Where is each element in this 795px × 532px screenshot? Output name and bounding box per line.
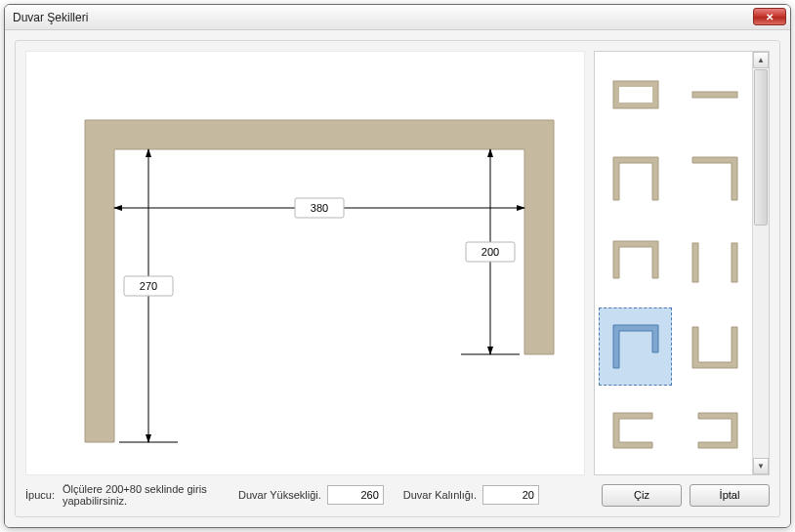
wall-thickness-label: Duvar Kalınlığı. [403, 489, 477, 501]
shapes-scrollbar[interactable]: ▲ ▼ [752, 52, 769, 474]
client-area: 380 270 200 [5, 30, 790, 527]
shape-open-bottom-narrow[interactable] [599, 224, 672, 302]
titlebar: Duvar Şekilleri ✕ [5, 5, 790, 30]
svg-rect-1 [619, 87, 652, 102]
wall-height-input[interactable] [327, 485, 384, 505]
shape-preview: 380 270 200 [25, 51, 585, 475]
scroll-up-button[interactable]: ▲ [753, 52, 769, 68]
svg-rect-2 [692, 92, 737, 98]
hint-label: İpucu: [25, 489, 63, 501]
shape-rectangle-closed[interactable] [599, 56, 672, 134]
cancel-button[interactable]: İptal [690, 484, 770, 507]
draw-button[interactable]: Çiz [602, 484, 682, 507]
shape-corner-top-right[interactable] [678, 140, 751, 218]
hint-text: Ölçülere 200+80 seklinde giris yapabilir… [63, 483, 219, 507]
svg-rect-4 [732, 243, 737, 282]
shape-u-shape[interactable] [678, 307, 751, 386]
shapes-grid [599, 56, 751, 471]
wall-height-label: Duvar Yüksekliği. [238, 489, 321, 501]
dim-width-value: 380 [311, 202, 328, 214]
shape-c-open-right[interactable] [599, 391, 672, 470]
shape-c-open-left[interactable] [678, 391, 751, 470]
shape-open-bottom-unequal[interactable] [599, 307, 672, 386]
main-panel: 380 270 200 [15, 40, 780, 517]
svg-rect-3 [692, 243, 698, 282]
close-icon: ✕ [766, 12, 774, 22]
dialog-window: Duvar Şekilleri ✕ [4, 4, 791, 528]
shape-open-bottom-wide[interactable] [599, 140, 672, 218]
shape-left-right-bars[interactable] [678, 224, 751, 302]
dim-right-value: 200 [481, 246, 499, 258]
preview-svg: 380 270 200 [26, 52, 586, 476]
close-button[interactable]: ✕ [753, 8, 786, 25]
scroll-down-button[interactable]: ▼ [753, 458, 769, 474]
shapes-palette: ▲ ▼ [594, 51, 770, 475]
dim-left-value: 270 [140, 280, 157, 292]
shape-top-bar[interactable] [678, 56, 751, 134]
wall-thickness-input[interactable] [482, 485, 539, 505]
scroll-thumb[interactable] [754, 69, 768, 225]
window-title: Duvar Şekilleri [13, 11, 88, 24]
footer-row: İpucu: Ölçülere 200+80 seklinde giris ya… [25, 481, 770, 509]
